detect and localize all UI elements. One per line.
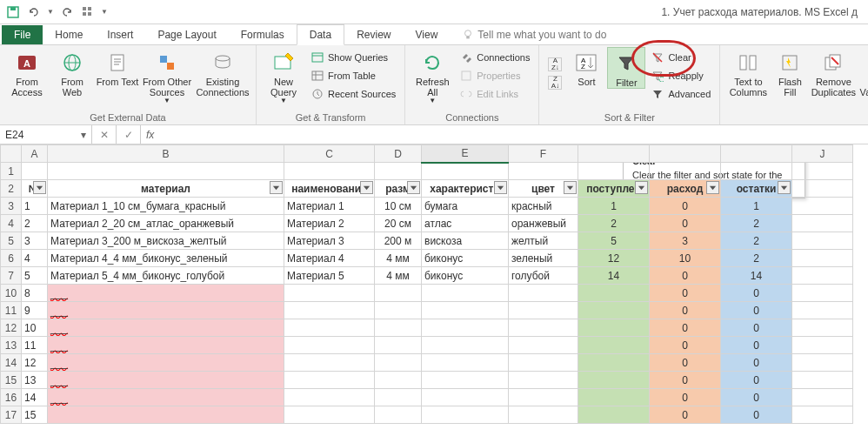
cell[interactable]: 0 xyxy=(721,337,792,354)
cell[interactable] xyxy=(509,319,578,337)
cell[interactable] xyxy=(422,354,509,372)
from-text-button[interactable]: From Text xyxy=(96,47,139,87)
cell[interactable]: бумага xyxy=(422,198,509,215)
row-header[interactable]: 16 xyxy=(1,389,22,406)
cell[interactable] xyxy=(509,389,578,406)
cell[interactable]: ___ xyxy=(48,337,284,354)
cell[interactable]: 11 xyxy=(22,337,48,354)
cell[interactable]: 0 xyxy=(721,302,792,319)
cell[interactable] xyxy=(284,354,375,372)
tab-home[interactable]: Home xyxy=(43,25,95,44)
row-header[interactable]: 14 xyxy=(1,354,22,372)
cell[interactable]: ___ xyxy=(48,319,284,337)
column-header-G[interactable] xyxy=(578,145,650,163)
filter-dropdown-icon[interactable] xyxy=(360,181,373,194)
reapply-button[interactable]: Reapply xyxy=(647,67,714,84)
filter-button[interactable]: Filter xyxy=(607,47,645,89)
row-header[interactable]: 4 xyxy=(1,215,22,232)
cell[interactable]: 2 xyxy=(721,232,792,250)
name-box[interactable]: E24▾ xyxy=(0,125,92,144)
cell[interactable]: 20 см xyxy=(375,215,422,232)
cell[interactable] xyxy=(509,302,578,319)
cell[interactable] xyxy=(509,163,578,180)
worksheet[interactable]: ABCDEFJ12№материалнаименованиеразмхаракт… xyxy=(0,144,868,424)
cell[interactable]: 0 xyxy=(721,285,792,302)
cell[interactable] xyxy=(792,302,853,319)
tab-review[interactable]: Review xyxy=(344,25,403,44)
cell[interactable]: 2 xyxy=(721,250,792,267)
cell[interactable]: 0 xyxy=(650,285,721,302)
connections-button[interactable]: Connections xyxy=(456,49,533,66)
cell[interactable]: 1 xyxy=(578,198,650,215)
sort-az-button[interactable]: AZ↓ xyxy=(544,56,565,73)
cell[interactable]: Материал 4_4 мм_биконус_зеленый xyxy=(48,250,284,267)
row-header[interactable]: 5 xyxy=(1,232,22,250)
cell[interactable]: голубой xyxy=(509,267,578,285)
filter-dropdown-icon[interactable] xyxy=(564,181,577,194)
text-to-columns-button[interactable]: Text to Columns xyxy=(725,47,771,97)
cell[interactable] xyxy=(721,163,792,180)
cell[interactable]: Материал 1 xyxy=(284,198,375,215)
cell[interactable]: 0 xyxy=(650,389,721,406)
cell[interactable] xyxy=(792,198,853,215)
cell[interactable] xyxy=(792,215,853,232)
data-validation-button[interactable]: Data Validation xyxy=(859,47,868,97)
filter-dropdown-icon[interactable] xyxy=(33,181,46,194)
cell[interactable]: Материал 2 xyxy=(284,215,375,232)
from-web-button[interactable]: From Web xyxy=(50,47,94,97)
cell[interactable]: ___ xyxy=(48,389,284,406)
save-icon[interactable] xyxy=(5,4,21,20)
from-other-sources-button[interactable]: From Other Sources▼ xyxy=(141,47,193,105)
dropdown-icon[interactable]: ▼ xyxy=(47,8,54,16)
cell[interactable]: желтый xyxy=(509,232,578,250)
cell[interactable]: Материал 1_10 см_бумага_красный xyxy=(48,198,284,215)
cell[interactable]: 3 xyxy=(650,232,721,250)
column-header-B[interactable]: B xyxy=(48,145,284,163)
table-header-cell[interactable]: материал xyxy=(48,180,284,198)
column-header-D[interactable]: D xyxy=(375,145,422,163)
flash-fill-button[interactable]: Flash Fill xyxy=(772,47,807,97)
cell[interactable] xyxy=(509,406,578,424)
cell[interactable]: 2 xyxy=(22,215,48,232)
cell[interactable]: 4 мм xyxy=(375,250,422,267)
cell[interactable]: 0 xyxy=(650,267,721,285)
cell[interactable]: Материал 3 xyxy=(284,232,375,250)
cell[interactable] xyxy=(375,372,422,389)
cell[interactable]: 0 xyxy=(721,372,792,389)
cell[interactable] xyxy=(578,389,650,406)
cell[interactable]: ___ xyxy=(48,372,284,389)
column-header-A[interactable]: A xyxy=(22,145,48,163)
cell[interactable]: биконус xyxy=(422,267,509,285)
cell[interactable] xyxy=(375,406,422,424)
cell[interactable] xyxy=(792,285,853,302)
cell[interactable] xyxy=(48,163,284,180)
cell[interactable] xyxy=(422,389,509,406)
cell[interactable]: 1 xyxy=(721,198,792,215)
cell[interactable]: Материал 3_200 м_вискоза_желтый xyxy=(48,232,284,250)
row-header[interactable]: 2 xyxy=(1,180,22,198)
from-access-button[interactable]: AFrom Access xyxy=(5,47,49,97)
cell[interactable]: 1 xyxy=(22,198,48,215)
row-header[interactable]: 11 xyxy=(1,302,22,319)
cell[interactable]: красный xyxy=(509,198,578,215)
cell[interactable] xyxy=(792,180,853,198)
cell[interactable]: 14 xyxy=(22,389,48,406)
tab-file[interactable]: File xyxy=(2,25,43,44)
cell[interactable] xyxy=(509,285,578,302)
recent-sources-button[interactable]: Recent Sources xyxy=(307,85,399,103)
column-header-J[interactable]: J xyxy=(792,145,853,163)
cell[interactable] xyxy=(375,302,422,319)
cell[interactable]: оранжевый xyxy=(509,215,578,232)
cell[interactable]: 0 xyxy=(650,337,721,354)
advanced-button[interactable]: Advanced xyxy=(647,85,714,103)
tab-formulas[interactable]: Formulas xyxy=(229,25,297,44)
cell[interactable]: 0 xyxy=(721,319,792,337)
cell[interactable]: 8 xyxy=(22,285,48,302)
new-query-button[interactable]: New Query▼ xyxy=(262,47,305,105)
cell[interactable] xyxy=(422,406,509,424)
cell[interactable]: зеленый xyxy=(509,250,578,267)
row-header[interactable]: 1 xyxy=(1,163,22,180)
row-header[interactable]: 7 xyxy=(1,267,22,285)
enter-formula-button[interactable]: ✓ xyxy=(117,125,141,144)
table-header-cell[interactable]: остатки xyxy=(721,180,792,198)
